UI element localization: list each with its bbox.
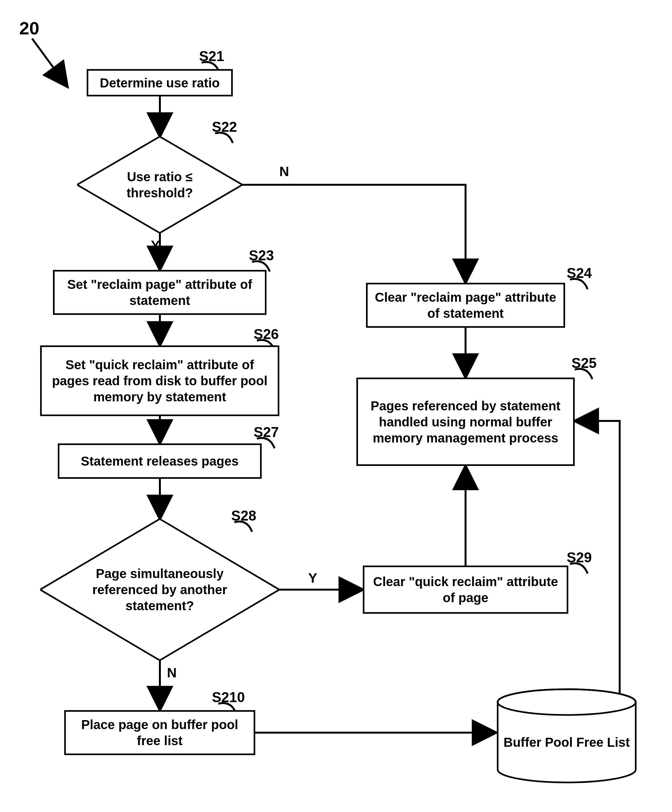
step-tag-s25: S25 [572, 355, 597, 371]
edge-label-s22-no: N [279, 164, 289, 179]
step-tag-s22: S22 [212, 119, 237, 135]
process-text: Pages referenced by statement handled us… [364, 398, 567, 446]
process-text: Set "quick reclaim" attribute of pages r… [48, 357, 271, 405]
edge-label-s22-yes: Y [151, 238, 160, 253]
step-tag-s26: S26 [253, 326, 279, 342]
process-statement-releases-pages: Statement releases pages [58, 444, 262, 479]
flowchart-canvas: 20 S21 Determine use ratio S22 Use ratio… [0, 0, 672, 812]
step-tag-s24: S24 [567, 265, 592, 281]
process-text: Place page on buffer pool free list [72, 716, 247, 749]
datastore-text: Buffer Pool Free List [504, 735, 629, 750]
process-clear-reclaim-page: Clear "reclaim page" attribute of statem… [366, 283, 565, 328]
process-place-page-free-list: Place page on buffer pool free list [64, 710, 255, 755]
decision-text: Use ratio ≤ threshold? [96, 169, 223, 201]
process-text: Statement releases pages [81, 453, 238, 469]
process-determine-use-ratio: Determine use ratio [87, 69, 233, 96]
step-tag-s21: S21 [199, 48, 224, 64]
process-normal-buffer-mgmt: Pages referenced by statement handled us… [356, 377, 575, 466]
process-clear-quick-reclaim: Clear "quick reclaim" attribute of page [363, 566, 568, 614]
decision-use-ratio-threshold: Use ratio ≤ threshold? [77, 136, 242, 233]
process-set-quick-reclaim: Set "quick reclaim" attribute of pages r… [40, 345, 279, 416]
edge-label-s28-yes: Y [308, 570, 317, 586]
process-text: Clear "reclaim page" attribute of statem… [374, 289, 557, 321]
datastore-buffer-pool-free-list: Buffer Pool Free List [496, 687, 637, 784]
decision-page-referenced: Page simultaneously referenced by anothe… [40, 519, 279, 660]
step-tag-s23: S23 [249, 247, 274, 263]
step-tag-s27: S27 [253, 424, 279, 440]
process-text: Clear "quick reclaim" attribute of page [371, 573, 560, 606]
process-set-reclaim-page: Set "reclaim page" attribute of statemen… [53, 270, 267, 315]
figure-number: 20 [19, 18, 39, 39]
step-tag-s210: S210 [212, 689, 245, 705]
process-text: Set "reclaim page" attribute of statemen… [61, 276, 259, 309]
svg-line-0 [32, 39, 67, 87]
edge-label-s28-no: N [167, 665, 177, 681]
decision-text: Page simultaneously referenced by anothe… [82, 566, 238, 614]
step-tag-s29: S29 [567, 549, 592, 566]
process-text: Determine use ratio [100, 75, 219, 91]
